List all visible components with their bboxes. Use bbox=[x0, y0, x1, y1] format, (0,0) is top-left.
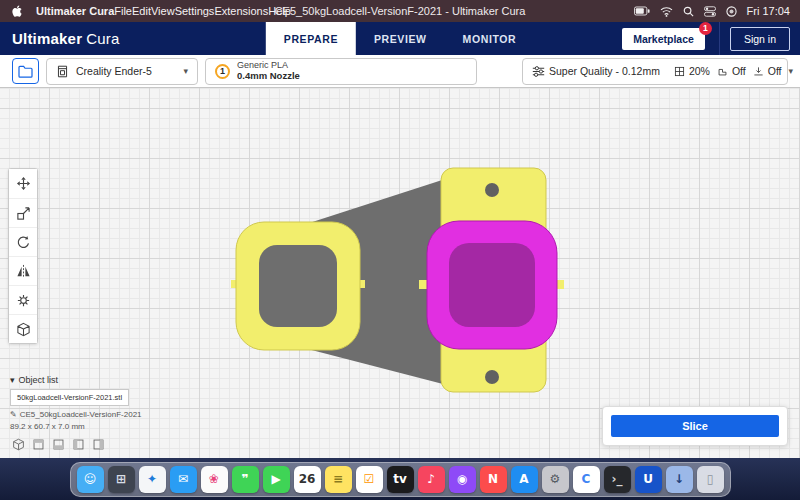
header-divider bbox=[719, 22, 720, 55]
slice-button[interactable]: Slice bbox=[611, 415, 779, 437]
dock-icon-mail[interactable]: ✉ bbox=[170, 466, 197, 493]
menu-items: Ultimaker CuraFileEditViewSettingsExtens… bbox=[36, 5, 291, 17]
adhesion-icon bbox=[753, 66, 764, 77]
dock-icon-trash[interactable]: ▯ bbox=[697, 466, 724, 493]
support-icon bbox=[717, 66, 728, 77]
model-name: CE5_50kgLoadcell-VersionF-2021 bbox=[20, 410, 142, 419]
menu-item[interactable]: View bbox=[151, 5, 175, 17]
marketplace-notification-badge: 1 bbox=[699, 22, 712, 35]
dock-icon-safari[interactable]: ✦ bbox=[139, 466, 166, 493]
model-dimensions: 89.2 x 60.7 x 7.0 mm bbox=[10, 422, 142, 431]
object-list-toggle[interactable]: ▾ Object list bbox=[10, 375, 142, 385]
printer-icon bbox=[56, 65, 69, 78]
nozzle-size: 0.4mm Nozzle bbox=[237, 71, 300, 82]
window-title: CE5_50kgLoadcell-VersionF-2021 - Ultimak… bbox=[275, 5, 526, 17]
object-list-title: Object list bbox=[19, 375, 59, 385]
pencil-icon: ✎ bbox=[10, 410, 17, 419]
menu-item[interactable]: Ultimaker Cura bbox=[36, 5, 114, 17]
view-left-button[interactable] bbox=[70, 436, 86, 452]
view-top-button[interactable] bbox=[50, 436, 66, 452]
printer-selector[interactable]: Creality Ender-5 ▾ bbox=[46, 58, 198, 85]
slice-panel: Slice bbox=[602, 406, 788, 446]
dock-icon-finder[interactable]: ☺ bbox=[77, 466, 104, 493]
tab-prepare[interactable]: PREPARE bbox=[266, 22, 356, 55]
tab-monitor[interactable]: MONITOR bbox=[445, 22, 535, 55]
cura-header: UltimakerCura PREPARE PREVIEW MONITOR Ma… bbox=[0, 22, 800, 55]
macos-dock: ☺⊞✦✉❀❞▶26≡☑tv♪◉NA⚙C›_U↓▯ bbox=[70, 462, 731, 497]
control-center-icon[interactable] bbox=[704, 6, 716, 17]
chevron-down-icon: ▾ bbox=[789, 66, 794, 76]
menu-item[interactable]: Settings bbox=[175, 5, 215, 17]
support-value: Off bbox=[732, 65, 746, 77]
dock-icon-tv[interactable]: tv bbox=[387, 466, 414, 493]
chevron-down-icon: ▾ bbox=[10, 375, 15, 385]
chevron-down-icon: ▾ bbox=[183, 66, 188, 76]
model-name-row[interactable]: ✎ CE5_50kgLoadcell-VersionF-2021 bbox=[10, 410, 142, 419]
rotate-tool-button[interactable] bbox=[9, 227, 37, 256]
configuration-toolbar: Creality Ender-5 ▾ 1 Generic PLA 0.4mm N… bbox=[0, 55, 800, 88]
object-list-panel: ▾ Object list 50kgLoadcell-VersionF-2021… bbox=[10, 375, 142, 452]
move-tool-button[interactable] bbox=[9, 169, 37, 198]
sign-in-button[interactable]: Sign in bbox=[730, 27, 790, 51]
dock-icon-podcasts[interactable]: ◉ bbox=[449, 466, 476, 493]
dock-icon-appstore[interactable]: A bbox=[511, 466, 538, 493]
object-list-item[interactable]: 50kgLoadcell-VersionF-2021.stl bbox=[10, 389, 129, 406]
battery-icon[interactable] bbox=[634, 6, 650, 16]
dock-icon-music[interactable]: ♪ bbox=[418, 466, 445, 493]
siri-icon[interactable] bbox=[726, 6, 737, 17]
printer-name: Creality Ender-5 bbox=[76, 65, 176, 77]
marketplace-button[interactable]: Marketplace 1 bbox=[622, 28, 705, 50]
infill-icon bbox=[674, 66, 685, 77]
configuration-warning-badge: 1 bbox=[215, 64, 230, 79]
support-blocker-tool-button[interactable] bbox=[9, 314, 37, 343]
viewport-buildplate[interactable]: ▾ Object list 50kgLoadcell-VersionF-2021… bbox=[0, 88, 800, 458]
dock-icon-launchpad[interactable]: ⊞ bbox=[108, 466, 135, 493]
menu-item[interactable]: Edit bbox=[132, 5, 151, 17]
infill-value: 20% bbox=[689, 65, 710, 77]
view-3d-button[interactable] bbox=[10, 436, 26, 452]
header-right: Marketplace 1 Sign in bbox=[622, 22, 800, 55]
dock-icon-photos[interactable]: ❀ bbox=[201, 466, 228, 493]
dock-icon-system-preferences[interactable]: ⚙ bbox=[542, 466, 569, 493]
view-front-button[interactable] bbox=[30, 436, 46, 452]
dock-icon-reminders[interactable]: ☑ bbox=[356, 466, 383, 493]
stage-tabs: PREPARE PREVIEW MONITOR bbox=[266, 22, 534, 55]
menu-item[interactable]: File bbox=[114, 5, 132, 17]
apple-menu-icon[interactable] bbox=[10, 4, 22, 18]
menubar-clock[interactable]: Fri 17:04 bbox=[747, 5, 790, 17]
per-model-settings-tool-button[interactable] bbox=[9, 285, 37, 314]
adhesion-value: Off bbox=[768, 65, 782, 77]
search-icon[interactable] bbox=[683, 6, 694, 17]
camera-view-buttons bbox=[10, 436, 142, 452]
screen: Ultimaker CuraFileEditViewSettingsExtens… bbox=[0, 0, 800, 500]
dock-icon-downloads[interactable]: ↓ bbox=[666, 466, 693, 493]
dock-icon-messages[interactable]: ❞ bbox=[232, 466, 259, 493]
tool-panel bbox=[8, 168, 38, 344]
dock-icon-notes[interactable]: ≡ bbox=[325, 466, 352, 493]
tab-preview[interactable]: PREVIEW bbox=[356, 22, 445, 55]
dock-icon-news[interactable]: N bbox=[480, 466, 507, 493]
folder-icon bbox=[18, 65, 33, 78]
print-settings-selector[interactable]: Super Quality - 0.12mm 20% Off Off ▾ bbox=[522, 58, 788, 85]
scale-tool-button[interactable] bbox=[9, 198, 37, 227]
app-logo: UltimakerCura bbox=[12, 30, 119, 47]
mirror-tool-button[interactable] bbox=[9, 256, 37, 285]
view-right-button[interactable] bbox=[90, 436, 106, 452]
open-file-button[interactable] bbox=[12, 58, 39, 84]
menu-left: Ultimaker CuraFileEditViewSettingsExtens… bbox=[10, 4, 291, 18]
print-settings-icon bbox=[532, 65, 545, 78]
dock-icon-terminal[interactable]: ›_ bbox=[604, 466, 631, 493]
wifi-icon[interactable] bbox=[660, 6, 673, 17]
dock-icon-calendar[interactable]: 26 bbox=[294, 466, 321, 493]
material-selector[interactable]: 1 Generic PLA 0.4mm Nozzle bbox=[205, 58, 477, 85]
model-3d[interactable] bbox=[231, 168, 564, 392]
dock-icon-chrome[interactable]: C bbox=[573, 466, 600, 493]
macos-menubar: Ultimaker CuraFileEditViewSettingsExtens… bbox=[0, 0, 800, 22]
desktop-wallpaper-strip: ☺⊞✦✉❀❞▶26≡☑tv♪◉NA⚙C›_U↓▯ bbox=[0, 458, 800, 500]
profile-name: Super Quality - 0.12mm bbox=[549, 65, 660, 77]
menu-right: Fri 17:04 bbox=[634, 5, 790, 17]
dock-icon-facetime[interactable]: ▶ bbox=[263, 466, 290, 493]
menu-item[interactable]: Extensions bbox=[214, 5, 268, 17]
dock-icon-cura[interactable]: U bbox=[635, 466, 662, 493]
